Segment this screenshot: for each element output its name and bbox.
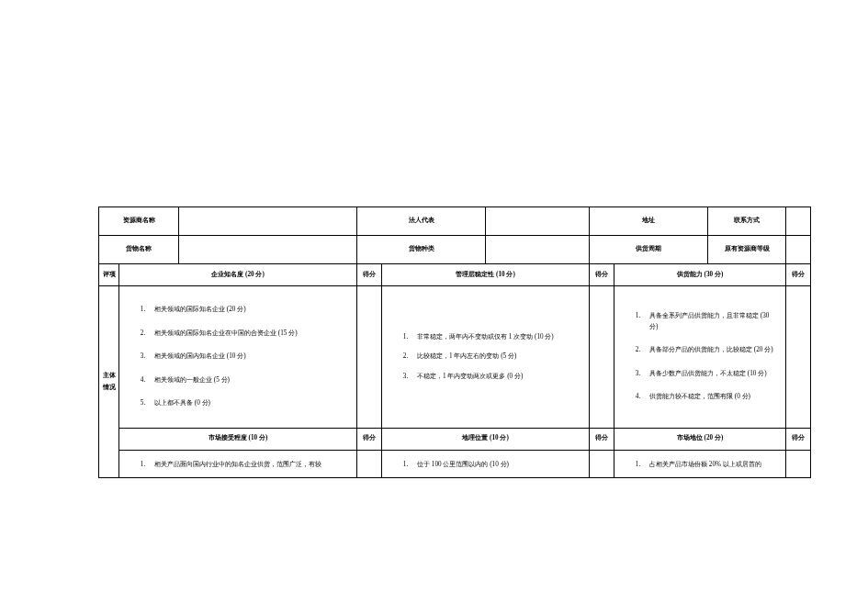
score-label-1: 得分	[357, 264, 382, 286]
criteria-header-row-2: 市场接受程度 (10 分) 得分 地理位置 (10 分) 得分 市场地位 (20…	[99, 428, 811, 450]
list-item: 不稳定，1 年内变动两次或更多 (0 分)	[410, 372, 581, 383]
field-contact[interactable]	[786, 207, 811, 236]
label-goods-type: 货物种类	[357, 236, 486, 264]
form-table: 资源商名称 法人代表 地址 联系方式 货物名称 货物种类 供货周期 原有资源商等…	[98, 207, 811, 478]
label-orig-grade: 原有资源商等级	[708, 236, 786, 264]
list-market-accept: 相关产品面向国内行业中的知名企业供货，范围广泛，有较	[127, 460, 349, 471]
list-item: 相关领域的国际知名企业在中国的合资企业 (15 分)	[147, 329, 349, 340]
header-row-1: 资源商名称 法人代表 地址 联系方式	[99, 207, 811, 236]
cell-stability-options: 非常稳定，两年内不变动或仅有 1 次变动 (10 分) 比较稳定，1 年内左右的…	[382, 286, 590, 429]
side-label-main: 主体情况	[99, 286, 119, 478]
list-item: 非常稳定，两年内不变动或仅有 1 次变动 (10 分)	[410, 332, 581, 343]
label-address: 地址	[590, 207, 708, 236]
list-item: 相关领域的国内知名企业 (10 分)	[147, 352, 349, 363]
list-geo: 位于 100 公里范围以内的 (10 分)	[389, 460, 581, 471]
score-field-market-pos[interactable]	[786, 450, 811, 478]
list-item: 占相关产品市场份额 20% 以上或居首的	[642, 460, 778, 471]
label-legal-rep: 法人代表	[357, 207, 486, 236]
content-row-2: 相关产品面向国内行业中的知名企业供货，范围广泛，有较 位于 100 公里范围以内…	[99, 450, 811, 478]
list-item: 比较稳定，1 年内左右的变动 (5 分)	[410, 352, 581, 363]
cell-market-accept-options: 相关产品面向国内行业中的知名企业供货，范围广泛，有较	[119, 450, 357, 478]
cell-market-pos-options: 占相关产品市场份额 20% 以上或居首的	[614, 450, 786, 478]
list-item: 相关领域的国际知名企业 (20 分)	[147, 305, 349, 316]
score-label-3: 得分	[786, 264, 811, 286]
list-item: 相关领域的一般企业 (5 分)	[147, 375, 349, 386]
content-row-1: 主体情况 相关领域的国际知名企业 (20 分) 相关领域的国际知名企业在中国的合…	[99, 286, 811, 429]
score-label-2: 得分	[590, 264, 614, 286]
criteria-supply: 供货能力 (30 分)	[614, 264, 786, 286]
label-supplier-name: 资源商名称	[99, 207, 179, 236]
score-field-fame[interactable]	[357, 286, 382, 429]
label-contact: 联系方式	[708, 207, 786, 236]
field-orig-grade[interactable]	[786, 236, 811, 264]
side-label-text: 主体情况	[101, 370, 117, 394]
list-item: 具备少数产品供货能力，不太稳定 (10 分)	[642, 369, 778, 380]
label-goods-name: 货物名称	[99, 236, 179, 264]
field-goods-name[interactable]	[179, 236, 357, 264]
list-item: 具备全系列产品供货能力，且非常稳定 (30 分)	[642, 311, 778, 332]
criteria-header-row-1: 评项 企业知名度 (20 分) 得分 管理层稳定性 (10 分) 得分 供货能力…	[99, 264, 811, 286]
field-supplier-name[interactable]	[179, 207, 357, 236]
list-item: 以上都不具备 (0 分)	[147, 398, 349, 409]
list-item: 相关产品面向国内行业中的知名企业供货，范围广泛，有较	[147, 460, 349, 471]
list-fame: 相关领域的国际知名企业 (20 分) 相关领域的国际知名企业在中国的合资企业 (…	[127, 305, 349, 409]
header-row-2: 货物名称 货物种类 供货周期 原有资源商等级	[99, 236, 811, 264]
label-supply-cycle: 供货周期	[590, 236, 708, 264]
score-label-5: 得分	[590, 428, 614, 450]
list-stability: 非常稳定，两年内不变动或仅有 1 次变动 (10 分) 比较稳定，1 年内左右的…	[389, 332, 581, 383]
criteria-stability: 管理层稳定性 (10 分)	[382, 264, 590, 286]
score-field-supply[interactable]	[786, 286, 811, 429]
list-market-pos: 占相关产品市场份额 20% 以上或居首的	[622, 460, 778, 471]
cell-geo-options: 位于 100 公里范围以内的 (10 分)	[382, 450, 590, 478]
cell-supply-options: 具备全系列产品供货能力，且非常稳定 (30 分) 具备部分产品的供货能力，比较稳…	[614, 286, 786, 429]
score-label-6: 得分	[786, 428, 811, 450]
label-eval-item: 评项	[99, 264, 119, 286]
score-field-stability[interactable]	[590, 286, 614, 429]
criteria-market-pos: 市场地位 (20 分)	[614, 428, 786, 450]
field-legal-rep[interactable]	[486, 207, 590, 236]
list-item: 位于 100 公里范围以内的 (10 分)	[410, 460, 581, 471]
list-supply: 具备全系列产品供货能力，且非常稳定 (30 分) 具备部分产品的供货能力，比较稳…	[622, 311, 778, 403]
cell-fame-options: 相关领域的国际知名企业 (20 分) 相关领域的国际知名企业在中国的合资企业 (…	[119, 286, 357, 429]
score-field-market-accept[interactable]	[357, 450, 382, 478]
criteria-geo: 地理位置 (10 分)	[382, 428, 590, 450]
evaluation-form: 资源商名称 法人代表 地址 联系方式 货物名称 货物种类 供货周期 原有资源商等…	[98, 207, 810, 478]
field-goods-type[interactable]	[486, 236, 590, 264]
score-label-4: 得分	[357, 428, 382, 450]
list-item: 供货能力较不稳定，范围有限 (0 分)	[642, 392, 778, 403]
criteria-market-accept: 市场接受程度 (10 分)	[119, 428, 357, 450]
score-field-geo[interactable]	[590, 450, 614, 478]
list-item: 具备部分产品的供货能力，比较稳定 (20 分)	[642, 345, 778, 356]
criteria-fame: 企业知名度 (20 分)	[119, 264, 357, 286]
